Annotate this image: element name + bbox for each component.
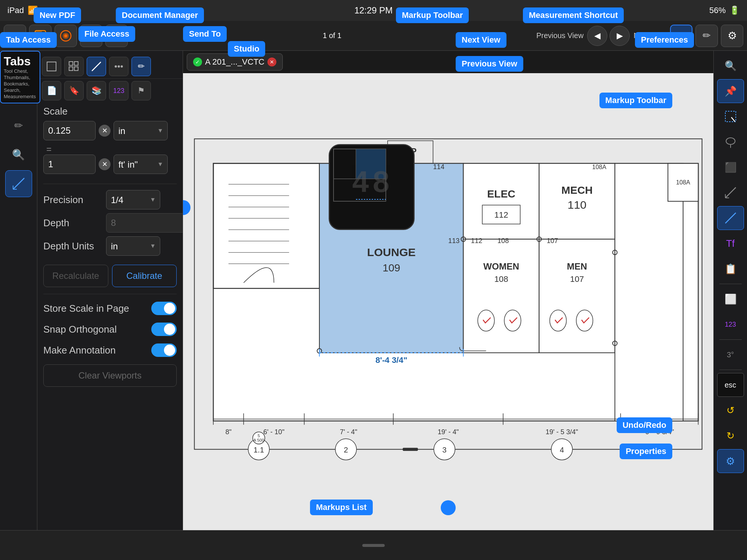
meas-second-row: 📄 🔖 📚 123 ⚑ <box>37 79 183 103</box>
rt-esc-btn[interactable]: esc <box>717 373 744 397</box>
battery-display: 56% <box>709 6 726 15</box>
undo-redo-annotation: Undo/Redo <box>617 417 672 433</box>
scale-clear2-btn[interactable]: ✕ <box>99 158 111 170</box>
previous-view-annotation: Previous View <box>456 56 523 72</box>
svg-text:113: 113 <box>448 237 459 245</box>
svg-text:6' - 10": 6' - 10" <box>263 428 285 436</box>
svg-text:8: 8 <box>373 165 390 198</box>
meas-tool-page[interactable]: 📄 <box>42 81 61 100</box>
meas-tool-number[interactable]: 123 <box>109 81 128 100</box>
rt-properties-btn[interactable]: ⚙ <box>717 449 744 473</box>
snap-orthogonal-row: Snap Orthogonal <box>37 319 183 340</box>
svg-line-22 <box>92 62 101 71</box>
previous-view-button[interactable]: ◀ <box>587 26 607 46</box>
store-scale-toggle[interactable] <box>151 302 177 315</box>
svg-text:107: 107 <box>547 237 558 245</box>
svg-text:2: 2 <box>344 446 348 454</box>
meas-tool-layers[interactable]: 📚 <box>87 81 106 100</box>
tabs-subtitle: Tool Chest, Thumbnails, Bookmarks, Searc… <box>4 68 37 100</box>
svg-line-115 <box>725 187 736 198</box>
meas-tool-grid[interactable] <box>64 57 84 76</box>
rt-pin-btn[interactable]: 📌 <box>717 79 744 103</box>
scale-row-1: ✕ inftmmcmm <box>43 121 177 140</box>
svg-text:7' - 4": 7' - 4" <box>340 428 357 436</box>
rt-measure-btn[interactable] <box>717 181 744 205</box>
svg-line-118 <box>725 213 736 223</box>
precision-group: Precision 1/41/81/161/32Decimal Depth De… <box>37 188 183 262</box>
tab-check-icon: ✓ <box>193 57 202 66</box>
rt-layers-btn[interactable]: 📋 <box>717 257 744 281</box>
svg-rect-53 <box>615 164 683 421</box>
depth-input[interactable] <box>106 213 183 233</box>
rt-redo-btn[interactable]: ↻ <box>717 424 744 448</box>
depth-units-select[interactable]: inftmmcmm <box>106 236 160 256</box>
document-manager-button[interactable] <box>55 25 77 47</box>
svg-point-114 <box>726 138 735 144</box>
rt-lasso-btn[interactable] <box>717 130 744 154</box>
meas-tools-row: ✏ <box>37 55 183 79</box>
svg-text:107: 107 <box>570 274 584 284</box>
doc-manager-annotation: Document Manager <box>116 7 204 23</box>
meas-tool-ruler[interactable] <box>87 57 106 76</box>
divider-1 <box>43 184 177 184</box>
precision-select[interactable]: 1/41/81/161/32Decimal <box>106 190 160 209</box>
snap-orthogonal-toggle[interactable] <box>151 323 177 336</box>
action-buttons: Recalculate Calibrate <box>37 262 183 290</box>
scale-value-input[interactable] <box>43 121 96 140</box>
meas-tool-box[interactable] <box>42 57 61 76</box>
meas-tool-bookmark[interactable]: 🔖 <box>64 81 84 100</box>
rt-number-btn[interactable]: 123 <box>717 312 744 336</box>
rt-box-btn[interactable]: ⬜ <box>717 287 744 311</box>
svg-text:108A: 108A <box>592 164 606 170</box>
thumbnail-overlay[interactable]: 4 8 <box>329 144 415 230</box>
svg-text:A 500: A 500 <box>254 438 264 442</box>
search-icon[interactable]: 🔍 <box>5 141 32 168</box>
tab-close-button[interactable]: ✕ <box>267 57 276 66</box>
svg-text:108: 108 <box>494 274 508 284</box>
equals-divider: = <box>43 144 177 155</box>
properties-annotation: Properties <box>620 444 672 459</box>
rt-angle-btn[interactable]: 3° <box>717 343 744 367</box>
rt-selection-btn[interactable] <box>717 105 744 128</box>
meas-tool-flag[interactable]: ⚑ <box>131 81 151 100</box>
bottom-handle[interactable] <box>362 544 385 547</box>
svg-line-14 <box>13 178 24 189</box>
scale-unit2-select[interactable]: ft' in"ftinmcm <box>114 155 168 174</box>
svg-rect-48 <box>539 239 615 353</box>
rt-undo-btn[interactable]: ↺ <box>717 398 744 422</box>
bookmarks-icon[interactable]: ✏ <box>5 112 32 139</box>
tab-label: A 201_..._VCTC <box>205 57 264 67</box>
device-label: iPad <box>7 6 24 15</box>
precision-wrap: 1/41/81/161/32Decimal <box>106 190 160 209</box>
scale-clear-btn[interactable]: ✕ <box>99 125 111 137</box>
scale-section: Scale ✕ inftmmcmm = ✕ ft' in"ftinmc <box>37 103 183 180</box>
svg-text:114: 114 <box>433 163 444 171</box>
next-view-button[interactable]: ▶ <box>610 26 630 46</box>
svg-text:112: 112 <box>471 237 482 245</box>
calibrate-button[interactable]: Calibrate <box>112 265 177 287</box>
svg-text:19' - 4": 19' - 4" <box>438 428 459 436</box>
svg-text:108A: 108A <box>676 179 690 186</box>
scale-value2-input[interactable] <box>43 155 96 174</box>
tabs-panel: Tabs Tool Chest, Thumbnails, Bookmarks, … <box>0 51 40 103</box>
svg-text:112: 112 <box>494 210 508 220</box>
rt-stamp-btn[interactable]: ⬛ <box>717 155 744 179</box>
markup-pencil-button[interactable]: ✏ <box>695 25 718 47</box>
scale-unit-select[interactable]: inftmmcmm <box>114 121 168 140</box>
precision-row: Precision 1/41/81/161/32Decimal <box>43 190 177 209</box>
measurements-icon[interactable] <box>5 170 32 197</box>
make-annotation-toggle[interactable] <box>151 343 177 357</box>
recalculate-button[interactable]: Recalculate <box>43 265 108 287</box>
depth-label: Depth <box>43 217 103 229</box>
blueprint-area[interactable]: UP STAIR LOUNGE 109 ELEC 112 MECH 110 WO… <box>183 73 713 530</box>
preferences-button[interactable]: ⚙ <box>721 25 743 47</box>
rt-text-stamp-btn[interactable]: Tf <box>717 231 744 255</box>
meas-tool-pencil[interactable]: ✏ <box>131 57 151 76</box>
clear-viewports-button[interactable]: Clear Viewports <box>43 364 177 387</box>
svg-text:19' - 5 3/4": 19' - 5 3/4" <box>546 428 578 436</box>
bottom-panel-handle[interactable] <box>441 500 456 515</box>
svg-rect-20 <box>69 67 73 71</box>
meas-tool-dots[interactable] <box>109 57 128 76</box>
rt-ruler-btn[interactable] <box>717 206 744 230</box>
rt-expand-btn[interactable]: 🔍 <box>717 54 744 78</box>
